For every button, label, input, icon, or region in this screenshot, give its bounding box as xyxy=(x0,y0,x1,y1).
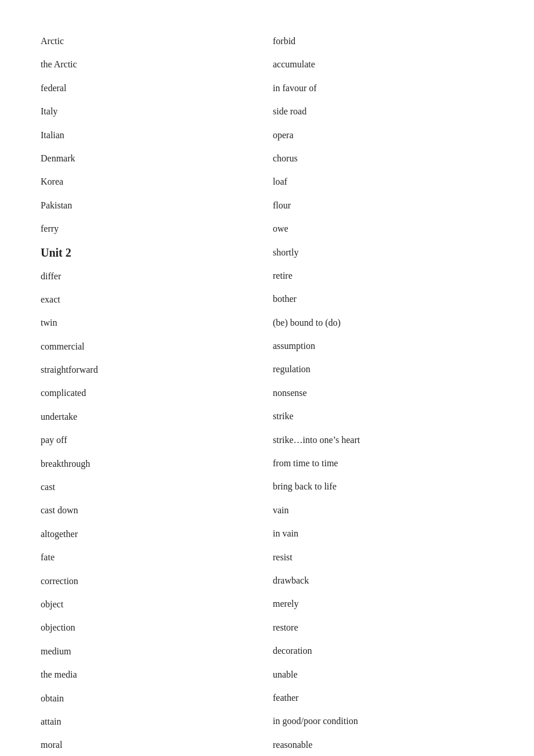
list-item: exact xyxy=(41,293,250,306)
list-item: merely xyxy=(273,597,493,610)
list-item: retire xyxy=(273,269,493,282)
list-item: Korea xyxy=(41,175,250,188)
list-item: Italy xyxy=(41,105,250,118)
list-item: obtain xyxy=(41,692,250,705)
list-item: from time to time xyxy=(273,457,493,470)
list-item: in vain xyxy=(273,527,493,540)
vocabulary-list: Arcticthe ArcticfederalItalyItalianDenma… xyxy=(41,35,493,756)
list-item: strike…into one’s heart xyxy=(273,434,493,447)
list-item: unable xyxy=(273,668,493,681)
list-item: differ xyxy=(41,270,250,283)
list-item: decoration xyxy=(273,645,493,657)
list-item: bother xyxy=(273,293,493,305)
list-item: attain xyxy=(41,715,250,728)
list-item: Arctic xyxy=(41,35,250,48)
list-item: Pakistan xyxy=(41,199,250,212)
list-item: drawback xyxy=(273,574,493,587)
list-item: reasonable xyxy=(273,739,493,751)
list-item: cast down xyxy=(41,504,250,517)
list-item: Italian xyxy=(41,129,250,142)
list-item: resist xyxy=(273,551,493,564)
list-item: medium xyxy=(41,645,250,658)
list-item: pay off xyxy=(41,434,250,447)
unit-heading: Unit 2 xyxy=(41,246,250,260)
list-item: twin xyxy=(41,316,250,329)
list-item: accumulate xyxy=(273,58,493,71)
list-item: commercial xyxy=(41,340,250,353)
list-item: cast xyxy=(41,481,250,494)
list-item: undertake xyxy=(41,411,250,423)
list-item: ferry xyxy=(41,222,250,235)
page: Arcticthe ArcticfederalItalyItalianDenma… xyxy=(0,0,534,756)
list-item: chorus xyxy=(273,152,493,165)
list-item: straightforward xyxy=(41,363,250,376)
list-item: vain xyxy=(273,504,493,517)
list-item: restore xyxy=(273,621,493,634)
list-item: federal xyxy=(41,82,250,95)
list-item: (be) bound to (do) xyxy=(273,316,493,329)
list-item: altogether xyxy=(41,528,250,541)
list-item: assumption xyxy=(273,340,493,352)
right-column: forbidaccumulatein favour ofside roadope… xyxy=(267,35,493,756)
list-item: nonsense xyxy=(273,387,493,399)
list-item: the media xyxy=(41,668,250,681)
list-item: breakthrough xyxy=(41,458,250,470)
list-item: opera xyxy=(273,129,493,142)
list-item: correction xyxy=(41,575,250,588)
list-item: in favour of xyxy=(273,82,493,95)
list-item: fate xyxy=(41,551,250,564)
list-item: objection xyxy=(41,621,250,634)
list-item: flour xyxy=(273,199,493,212)
list-item: in good/poor condition xyxy=(273,715,493,728)
list-item: feather xyxy=(273,692,493,704)
list-item: bring back to life xyxy=(273,480,493,493)
list-item: owe xyxy=(273,222,493,235)
list-item: strike xyxy=(273,410,493,423)
list-item: Denmark xyxy=(41,152,250,165)
list-item: the Arctic xyxy=(41,58,250,71)
list-item: side road xyxy=(273,105,493,118)
list-item: complicated xyxy=(41,387,250,399)
left-column: Arcticthe ArcticfederalItalyItalianDenma… xyxy=(41,35,267,756)
list-item: loaf xyxy=(273,175,493,188)
list-item: regulation xyxy=(273,363,493,376)
list-item: object xyxy=(41,598,250,611)
list-item: moral xyxy=(41,739,250,751)
list-item: forbid xyxy=(273,35,493,48)
list-item: shortly xyxy=(273,246,493,259)
